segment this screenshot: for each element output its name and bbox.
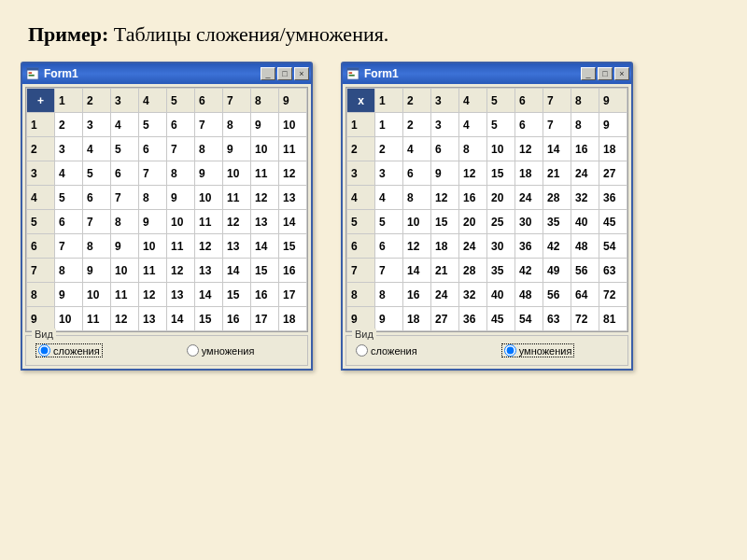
cell[interactable]: 16 (571, 137, 599, 161)
cell[interactable]: 36 (459, 307, 487, 331)
cell[interactable]: 14 (403, 259, 431, 283)
minimize-button[interactable]: _ (581, 67, 596, 80)
cell[interactable]: 6 (403, 161, 431, 186)
cell[interactable]: 2 (55, 113, 83, 137)
cell[interactable]: 13 (251, 210, 279, 234)
cell[interactable]: 36 (599, 186, 627, 210)
cell[interactable]: 8 (55, 259, 83, 283)
cell[interactable]: 35 (543, 210, 571, 234)
cell[interactable]: 18 (403, 307, 431, 331)
cell[interactable]: 16 (403, 283, 431, 307)
cell[interactable]: 3 (55, 137, 83, 161)
cell[interactable]: 9 (195, 161, 223, 186)
cell[interactable]: 9 (599, 113, 627, 137)
cell[interactable]: 8 (459, 137, 487, 161)
cell[interactable]: 24 (431, 283, 459, 307)
row-header[interactable]: 1 (347, 113, 375, 137)
cell[interactable]: 11 (251, 161, 279, 186)
cell[interactable]: 8 (111, 210, 139, 234)
cell[interactable]: 7 (195, 113, 223, 137)
row-header[interactable]: 8 (27, 283, 55, 307)
cell[interactable]: 13 (279, 186, 307, 210)
cell[interactable]: 9 (251, 113, 279, 137)
radio-multiplication-input[interactable] (187, 344, 199, 357)
cell[interactable]: 12 (139, 283, 167, 307)
cell[interactable]: 14 (279, 210, 307, 234)
cell[interactable]: 24 (571, 161, 599, 186)
cell[interactable]: 56 (571, 259, 599, 283)
cell[interactable]: 12 (251, 186, 279, 210)
cell[interactable]: 1 (375, 113, 403, 137)
cell[interactable]: 16 (459, 186, 487, 210)
cell[interactable]: 5 (139, 113, 167, 137)
cell[interactable]: 10 (487, 137, 515, 161)
row-header[interactable]: 6 (27, 234, 55, 259)
cell[interactable]: 6 (375, 234, 403, 259)
cell[interactable]: 10 (223, 161, 251, 186)
cell[interactable]: 5 (111, 137, 139, 161)
cell[interactable]: 10 (167, 210, 195, 234)
row-header[interactable]: 3 (27, 161, 55, 186)
col-header[interactable]: 6 (195, 89, 223, 113)
row-header[interactable]: 7 (27, 259, 55, 283)
cell[interactable]: 10 (111, 259, 139, 283)
cell[interactable]: 49 (543, 259, 571, 283)
cell[interactable]: 3 (375, 161, 403, 186)
grid-table[interactable]: +123456789123456789102345678910113456789… (26, 88, 307, 331)
cell[interactable]: 8 (195, 137, 223, 161)
cell[interactable]: 9 (167, 186, 195, 210)
col-header[interactable]: 9 (279, 89, 307, 113)
cell[interactable]: 7 (139, 161, 167, 186)
col-header[interactable]: 5 (167, 89, 195, 113)
col-header[interactable]: 8 (251, 89, 279, 113)
cell[interactable]: 32 (571, 186, 599, 210)
cell[interactable]: 7 (83, 210, 111, 234)
cell[interactable]: 9 (223, 137, 251, 161)
cell[interactable]: 30 (515, 210, 543, 234)
cell[interactable]: 45 (487, 307, 515, 331)
cell[interactable]: 4 (111, 113, 139, 137)
cell[interactable]: 28 (459, 259, 487, 283)
maximize-button[interactable]: □ (598, 67, 613, 80)
cell[interactable]: 14 (167, 307, 195, 331)
cell[interactable]: 24 (459, 234, 487, 259)
col-header[interactable]: 7 (543, 89, 571, 113)
cell[interactable]: 12 (431, 186, 459, 210)
cell[interactable]: 4 (55, 161, 83, 186)
cell[interactable]: 12 (223, 210, 251, 234)
cell[interactable]: 2 (375, 137, 403, 161)
cell[interactable]: 15 (279, 234, 307, 259)
cell[interactable]: 11 (139, 259, 167, 283)
cell[interactable]: 4 (375, 186, 403, 210)
cell[interactable]: 6 (111, 161, 139, 186)
cell[interactable]: 72 (571, 307, 599, 331)
cell[interactable]: 10 (83, 283, 111, 307)
cell[interactable]: 11 (223, 186, 251, 210)
cell[interactable]: 8 (223, 113, 251, 137)
row-header[interactable]: 1 (27, 113, 55, 137)
col-header[interactable]: 1 (55, 89, 83, 113)
cell[interactable]: 11 (167, 234, 195, 259)
col-header[interactable]: 3 (431, 89, 459, 113)
cell[interactable]: 48 (515, 283, 543, 307)
cell[interactable]: 64 (571, 283, 599, 307)
cell[interactable]: 17 (279, 283, 307, 307)
cell[interactable]: 4 (459, 113, 487, 137)
row-header[interactable]: 5 (27, 210, 55, 234)
cell[interactable]: 18 (515, 161, 543, 186)
cell[interactable]: 4 (403, 137, 431, 161)
row-header[interactable]: 4 (347, 186, 375, 210)
cell[interactable]: 8 (167, 161, 195, 186)
cell[interactable]: 4 (83, 137, 111, 161)
close-button[interactable]: × (614, 67, 629, 80)
cell[interactable]: 2 (403, 113, 431, 137)
cell[interactable]: 6 (431, 137, 459, 161)
cell[interactable]: 8 (571, 113, 599, 137)
row-header[interactable]: 6 (347, 234, 375, 259)
cell[interactable]: 12 (167, 259, 195, 283)
cell[interactable]: 21 (431, 259, 459, 283)
cell[interactable]: 25 (487, 210, 515, 234)
cell[interactable]: 15 (251, 259, 279, 283)
cell[interactable]: 9 (375, 307, 403, 331)
cell[interactable]: 8 (83, 234, 111, 259)
